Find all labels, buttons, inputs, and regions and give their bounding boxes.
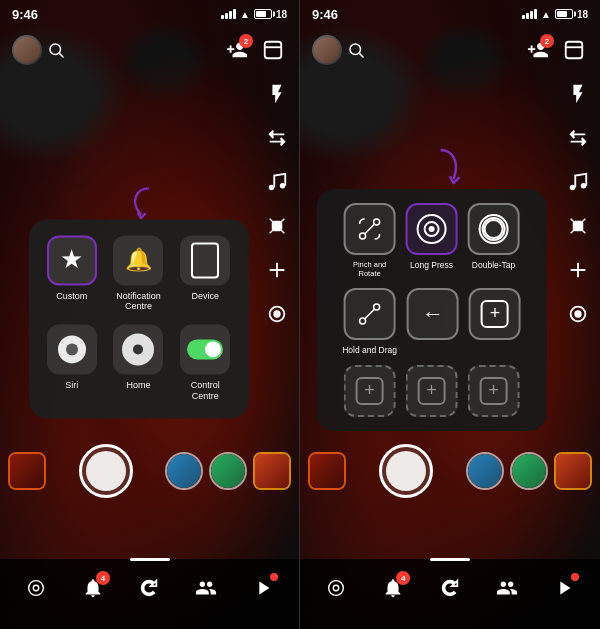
svg-point-10: [350, 44, 361, 55]
story-3[interactable]: [253, 452, 291, 490]
popup-item-arrowleft[interactable]: ←: [407, 288, 459, 355]
tab-refresh-left[interactable]: [136, 575, 162, 601]
refresh-svg-right: [439, 577, 461, 599]
flash-svg-right: [567, 83, 589, 105]
home-icon-box: [113, 324, 163, 374]
music-svg-right: [567, 171, 589, 193]
wifi-icon: ▲: [240, 9, 250, 20]
story-2[interactable]: [209, 452, 247, 490]
add-friend-button-right[interactable]: 2: [524, 36, 552, 64]
friends-tab-icon-right: [494, 575, 520, 601]
popup-item-empty3[interactable]: +: [468, 365, 520, 417]
popup-item-siri[interactable]: Siri: [45, 324, 100, 402]
add-friend-badge-right: 2: [540, 34, 554, 48]
tab-notifications-left[interactable]: 4: [80, 575, 106, 601]
music-icon-right[interactable]: [564, 168, 592, 196]
double-ring-icon: [479, 214, 509, 244]
story-1[interactable]: [165, 452, 203, 490]
snap-icon-right: [563, 39, 585, 61]
notification-icon: 🔔: [113, 235, 163, 285]
story-r3[interactable]: [554, 452, 592, 490]
phone-icon: [191, 242, 219, 278]
device-icon-box: [180, 235, 230, 285]
popup-item-empty2[interactable]: +: [406, 365, 458, 417]
popup-item-custom[interactable]: ★ Custom: [45, 235, 100, 313]
popup-item-longpress[interactable]: Long Press: [406, 203, 458, 278]
svg-point-7: [273, 310, 280, 317]
avatar-left[interactable]: [12, 35, 42, 65]
story-r2[interactable]: [510, 452, 548, 490]
popup-item-device[interactable]: Device: [178, 235, 233, 313]
tab-camera-right[interactable]: [323, 575, 349, 601]
tab-play-right[interactable]: [551, 575, 577, 601]
popup-item-pinch[interactable]: Pinch andRotate: [344, 203, 396, 278]
longpress-label: Long Press: [410, 260, 453, 270]
tab-friends-right[interactable]: [494, 575, 520, 601]
avatar-right[interactable]: [312, 35, 342, 65]
flash-icon-left[interactable]: [263, 80, 291, 108]
flash-icon-right[interactable]: [564, 80, 592, 108]
longpress-icon-box: [406, 203, 458, 255]
story-special-right[interactable]: [308, 452, 346, 490]
popup-item-control[interactable]: Control Centre: [178, 324, 233, 402]
target-icon-longpress: [417, 214, 447, 244]
story-special[interactable]: [8, 452, 46, 490]
search-button-left[interactable]: [42, 36, 70, 64]
add-icon-right[interactable]: [564, 256, 592, 284]
battery-level-left: 18: [276, 9, 287, 20]
tab-camera-left[interactable]: [23, 575, 49, 601]
add-icon-left[interactable]: [263, 256, 291, 284]
svg-line-1: [59, 53, 63, 57]
arrow-annotation-left: [124, 184, 174, 228]
music-icon-left[interactable]: [263, 168, 291, 196]
svg-line-20: [365, 224, 375, 234]
tab-refresh-right[interactable]: [437, 575, 463, 601]
battery-level-right: 18: [577, 9, 588, 20]
friends-tab-icon-left: [193, 575, 219, 601]
siri-icon: [58, 335, 86, 363]
record-icon-left[interactable]: [263, 300, 291, 328]
control-icon-box: [180, 324, 230, 374]
popup-item-plus1[interactable]: +: [469, 288, 521, 355]
empty1-icon-box: +: [344, 365, 396, 417]
popup-item-notification[interactable]: 🔔 Notification Centre: [111, 235, 166, 313]
flash-svg: [266, 83, 288, 105]
face-icon-left[interactable]: [263, 212, 291, 240]
siri-icon-box: [47, 324, 97, 374]
record-icon-right[interactable]: [564, 300, 592, 328]
toggle-icon: [187, 339, 223, 359]
capture-button-left[interactable]: [79, 444, 133, 498]
pinch-svg: [355, 214, 385, 244]
bottom-tabs-left: 4: [0, 559, 299, 629]
tab-friends-left[interactable]: [193, 575, 219, 601]
pinch-label: Pinch andRotate: [353, 260, 386, 278]
search-button-right[interactable]: [342, 36, 370, 64]
popup-row-1: Pinch andRotate Long Press: [331, 203, 533, 278]
search-icon-left: [47, 41, 65, 59]
tab-notifications-right[interactable]: 4: [380, 575, 406, 601]
tab-play-left[interactable]: [250, 575, 276, 601]
camera-flip-icon-left[interactable]: [263, 124, 291, 152]
popup-menu-right: Pinch andRotate Long Press: [317, 189, 547, 431]
popup-item-holddrag[interactable]: Hold and Drag: [342, 288, 397, 355]
popup-item-home[interactable]: Home: [111, 324, 166, 402]
record-svg-right: [567, 303, 589, 325]
snap-button-right[interactable]: [560, 36, 588, 64]
add-friend-button-left[interactable]: 2: [223, 36, 251, 64]
refresh-tab-icon-right: [437, 575, 463, 601]
popup-grid-left: ★ Custom 🔔 Notification Centre Device: [45, 235, 233, 402]
snap-button-left[interactable]: [259, 36, 287, 64]
face-icon-right[interactable]: [564, 212, 592, 240]
status-icons-right: ▲ 18: [522, 9, 588, 20]
popup-item-doubletap[interactable]: Double-Tap: [468, 203, 520, 278]
popup-menu-left: ★ Custom 🔔 Notification Centre Device: [29, 219, 249, 418]
svg-point-17: [574, 310, 581, 317]
arrow-left-glyph: ←: [422, 301, 444, 327]
capture-button-right[interactable]: [379, 444, 433, 498]
camera-flip-icon-right[interactable]: [564, 124, 592, 152]
camera-tab-icon-right: [323, 575, 349, 601]
popup-item-empty1[interactable]: +: [344, 365, 396, 417]
svg-point-9: [34, 585, 40, 591]
svg-rect-15: [573, 221, 582, 230]
story-r1[interactable]: [466, 452, 504, 490]
